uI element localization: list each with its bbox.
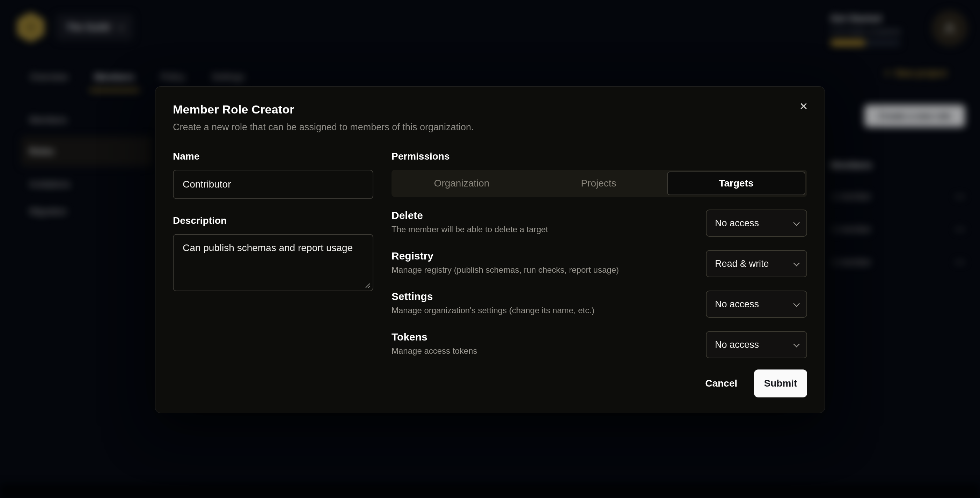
sidebar-item-roles[interactable]: Roles	[21, 136, 152, 166]
sidebar-item-invitations[interactable]: Invitations	[21, 173, 152, 195]
members-sidebar: Members Roles Invitations Migration	[21, 109, 152, 228]
settings-access-select[interactable]: No access	[706, 291, 807, 318]
org-name: The Guild	[66, 22, 110, 33]
get-started-widget[interactable]: Get Started 2 of 4 tasks completed	[830, 13, 905, 46]
close-icon[interactable]: ✕	[796, 99, 811, 114]
permission-title: Delete	[391, 210, 548, 221]
app-window: The Guild Get Started 2 of 4 tasks compl…	[0, 0, 980, 498]
list-item[interactable]: 1 member •••	[830, 180, 967, 213]
members-list: 1 member ••• 1 member ••• 1 member •••	[830, 180, 967, 278]
select-value: No access	[715, 339, 759, 350]
avatar-letter: A	[945, 20, 955, 37]
description-label: Description	[173, 215, 373, 226]
members-heading: Members	[830, 160, 967, 171]
tokens-access-select[interactable]: No access	[706, 331, 807, 358]
role-description-textarea[interactable]: Can publish schemas and report usage	[173, 234, 373, 291]
bottom-strip	[0, 484, 980, 498]
member-count-label: 1 member	[832, 224, 871, 234]
member-role-creator-modal: Member Role Creator Create a new role th…	[155, 86, 825, 413]
list-item[interactable]: 1 member •••	[830, 213, 967, 245]
submit-button[interactable]: Submit	[754, 369, 807, 398]
permission-row-delete: Delete The member will be able to delete…	[391, 210, 807, 237]
tab-targets[interactable]: Targets	[667, 172, 805, 195]
new-project-label: New project	[896, 68, 947, 79]
permissions-label: Permissions	[391, 151, 807, 162]
tab-organization[interactable]: Organization	[393, 172, 530, 195]
chevron-down-icon	[117, 23, 124, 30]
permission-description: Manage access tokens	[391, 346, 477, 356]
cancel-button[interactable]: Cancel	[705, 378, 737, 389]
progress-fill	[830, 40, 865, 46]
permission-description: Manage organization's settings (change i…	[391, 305, 594, 315]
role-details-column: Name Description Can publish schemas and…	[173, 151, 373, 372]
avatar[interactable]: A	[932, 11, 967, 46]
list-item[interactable]: 1 member •••	[830, 245, 967, 278]
name-label: Name	[173, 151, 373, 162]
permissions-column: Permissions Organization Projects Target…	[391, 151, 807, 372]
ellipsis-menu-icon[interactable]: •••	[955, 192, 965, 201]
permission-description: The member will be able to delete a targ…	[391, 224, 548, 234]
member-count-label: 1 member	[832, 257, 871, 267]
chevron-down-icon	[793, 219, 799, 226]
get-started-subtitle: 2 of 4 tasks completed	[830, 28, 905, 36]
ellipsis-menu-icon[interactable]: •••	[955, 258, 965, 267]
select-value: No access	[715, 299, 759, 310]
plus-icon: +	[884, 67, 891, 79]
modal-title: Member Role Creator	[173, 103, 807, 116]
member-count-label: 1 member	[832, 191, 871, 202]
resize-handle-icon	[364, 282, 371, 288]
delete-access-select[interactable]: No access	[706, 210, 807, 237]
permission-title: Settings	[391, 291, 594, 302]
chevron-down-icon	[793, 260, 799, 266]
progress-bar	[830, 40, 900, 46]
org-nav-tabs: Overview Members Policy Settings	[0, 66, 980, 89]
role-name-input[interactable]	[173, 170, 373, 199]
select-value: Read & write	[715, 258, 769, 269]
modal-footer: Cancel Submit	[705, 369, 807, 398]
modal-subtitle: Create a new role that can be assigned t…	[173, 122, 807, 133]
permission-title: Tokens	[391, 331, 477, 343]
modal-body: Name Description Can publish schemas and…	[173, 151, 807, 372]
permission-title: Registry	[391, 250, 619, 262]
guild-logo-icon	[16, 13, 45, 42]
tab-policy[interactable]: Policy	[161, 72, 185, 83]
tab-projects[interactable]: Projects	[530, 172, 667, 195]
create-role-button[interactable]: Create a new role	[864, 105, 965, 127]
permission-row-registry: Registry Manage registry (publish schema…	[391, 250, 807, 278]
tab-overview[interactable]: Overview	[30, 72, 68, 83]
tab-members[interactable]: Members	[94, 72, 134, 83]
select-value: No access	[715, 218, 759, 229]
permission-rows: Delete The member will be able to delete…	[391, 210, 807, 359]
new-project-button[interactable]: + New project	[884, 67, 947, 79]
permissions-tabstrip: Organization Projects Targets	[391, 170, 807, 197]
get-started-title: Get Started	[830, 13, 905, 24]
registry-access-select[interactable]: Read & write	[706, 250, 807, 277]
chevron-down-icon	[793, 341, 799, 347]
org-switcher-button[interactable]: The Guild	[56, 14, 133, 40]
permission-description: Manage registry (publish schemas, run ch…	[391, 265, 619, 275]
tab-settings[interactable]: Settings	[212, 72, 245, 83]
ellipsis-menu-icon[interactable]: •••	[955, 225, 965, 234]
sidebar-item-members[interactable]: Members	[21, 109, 152, 130]
description-wrap: Can publish schemas and report usage	[173, 234, 373, 293]
roles-panel: Create a new role Members 1 member ••• 1…	[830, 105, 967, 278]
permission-row-tokens: Tokens Manage access tokens No access	[391, 331, 807, 359]
permission-row-settings: Settings Manage organization's settings …	[391, 291, 807, 318]
chevron-down-icon	[793, 300, 799, 307]
sidebar-item-migration[interactable]: Migration	[21, 200, 152, 222]
